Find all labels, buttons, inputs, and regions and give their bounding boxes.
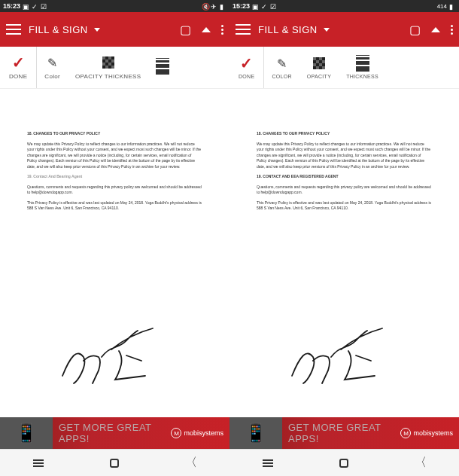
- menu-icon[interactable]: [6, 24, 21, 35]
- thickness-icon: [356, 55, 369, 72]
- doc-heading-18: 18. CHANGES TO OUR PRIVACY POLICY: [257, 131, 432, 137]
- status-bar: 15:23 ▣ ✓ ☑ 414 ▮: [230, 0, 459, 12]
- pen-icon: ✎: [47, 55, 57, 70]
- nav-back[interactable]: 〈: [414, 456, 427, 470]
- more-icon[interactable]: [221, 25, 223, 35]
- nav-back[interactable]: 〈: [184, 456, 198, 470]
- doc-paragraph: We may update this Privacy Policy to ref…: [257, 142, 432, 170]
- app-bar: FILL & SIGN ▢: [0, 12, 230, 47]
- check-icon-2: ☑: [41, 3, 47, 10]
- system-nav: 〈: [0, 449, 230, 476]
- check-icon: ✓: [12, 55, 25, 70]
- opacity-button[interactable]: OPACITY: [299, 47, 339, 88]
- check-icon: ✓: [261, 3, 268, 10]
- document-view[interactable]: 18. CHANGES TO OUR PRIVACY POLICY We may…: [230, 89, 459, 417]
- status-time: 15:23: [3, 2, 20, 10]
- doc-paragraph: Questions, comments and requests regardi…: [27, 185, 202, 196]
- gallery-icon: ▣: [252, 3, 259, 10]
- bookmark-icon[interactable]: ▢: [179, 23, 191, 35]
- doc-heading-18: 18. CHANGES TO OUR PRIVACY POLICY: [27, 131, 202, 137]
- opacity-icon: [102, 56, 114, 69]
- battery-percent: 414: [437, 3, 447, 10]
- menu-icon[interactable]: [236, 24, 251, 35]
- chevron-up-icon[interactable]: [431, 27, 440, 32]
- status-time: 15:23: [233, 2, 250, 10]
- signature-svg: [277, 319, 412, 395]
- done-button[interactable]: ✓ DONE: [230, 47, 264, 88]
- thickness-button[interactable]: THICKNESS: [339, 47, 386, 88]
- system-nav: 〈: [230, 449, 459, 476]
- opacity-button[interactable]: OPACITY THICKNESS: [68, 47, 148, 88]
- ad-text: GET MORE GREAT APPS!: [59, 422, 171, 444]
- doc-paragraph: This Privacy Policy is effective and was…: [257, 200, 432, 212]
- doc-paragraph: We may update this Privacy Policy to ref…: [27, 142, 202, 170]
- doc-paragraph: Questions, comments and requests regardi…: [257, 185, 432, 196]
- doc-heading-19: 19. Contact And Bearing Agent: [27, 174, 202, 180]
- gallery-icon: ▣: [23, 3, 29, 10]
- mute-icon: 🔇: [202, 3, 208, 10]
- nav-recent[interactable]: [32, 456, 45, 470]
- opacity-icon: [313, 57, 325, 69]
- thickness-button[interactable]: [148, 47, 177, 88]
- status-bar: 15:23 ▣ ✓ ☑ 🔇 ✈ ▮: [0, 0, 230, 12]
- color-button[interactable]: ✎ Color: [37, 47, 68, 88]
- pen-icon: ✎: [277, 56, 287, 71]
- battery-icon: ▮: [449, 3, 456, 10]
- ad-text: GET MORE GREAT APPS!: [288, 422, 400, 444]
- color-button[interactable]: ✎ COLOR: [264, 47, 299, 88]
- dropdown-icon[interactable]: [94, 28, 100, 32]
- more-icon[interactable]: [451, 25, 453, 35]
- ad-logo: M mobisystems: [400, 428, 453, 438]
- doc-heading-19: 19. CONTACT AND EEA REGISTERED AGENT: [257, 174, 432, 180]
- nav-home[interactable]: [337, 456, 351, 470]
- battery-icon: ▮: [220, 3, 226, 10]
- doc-paragraph: This Privacy Policy is effective and was…: [27, 200, 202, 212]
- ad-logo: M mobisystems: [171, 428, 223, 438]
- check-icon: ✓: [32, 3, 38, 10]
- app-bar: FILL & SIGN ▢: [230, 12, 459, 47]
- document-view[interactable]: 18. CHANGES TO OUR PRIVACY POLICY We may…: [0, 89, 230, 417]
- thickness-icon: [156, 58, 169, 75]
- dropdown-icon[interactable]: [324, 28, 330, 32]
- check-icon: ✓: [240, 56, 253, 71]
- signature-svg: [47, 319, 183, 395]
- app-title[interactable]: FILL & SIGN: [29, 24, 88, 35]
- app-title[interactable]: FILL & SIGN: [258, 24, 318, 35]
- ad-banner[interactable]: 📱 GET MORE GREAT APPS! M mobisystems: [230, 417, 459, 449]
- tool-bar: ✓ DONE ✎ Color OPACITY THICKNESS: [0, 47, 230, 89]
- airplane-icon: ✈: [211, 3, 217, 10]
- nav-home[interactable]: [108, 456, 121, 470]
- check-icon-2: ☑: [270, 3, 277, 10]
- ad-banner[interactable]: 📱 GET MORE GREAT APPS! M mobisystems: [0, 417, 230, 449]
- ad-image: 📱: [0, 417, 53, 449]
- signature[interactable]: [230, 319, 459, 395]
- tool-bar: ✓ DONE ✎ COLOR OPACITY THICKNESS: [230, 47, 459, 89]
- signature[interactable]: [0, 319, 230, 395]
- nav-recent[interactable]: [261, 456, 275, 470]
- ad-image: 📱: [230, 417, 282, 449]
- chevron-up-icon[interactable]: [202, 27, 211, 32]
- bookmark-icon[interactable]: ▢: [409, 23, 421, 35]
- done-button[interactable]: ✓ DONE: [0, 47, 37, 88]
